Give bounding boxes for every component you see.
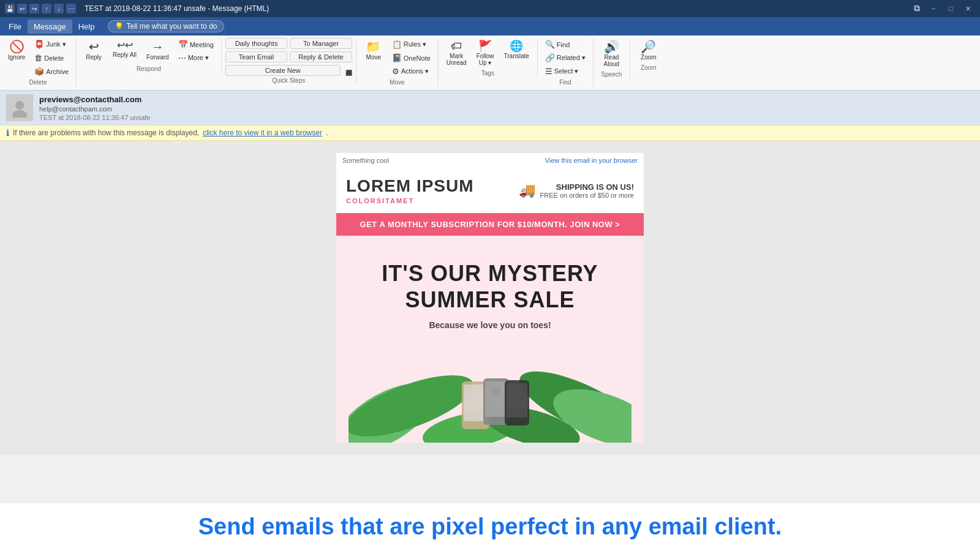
translate-label: Translate <box>504 53 529 59</box>
hero-image <box>349 345 631 443</box>
delete-button[interactable]: 🗑 Delete <box>31 51 72 64</box>
reply-all-button[interactable]: ↩↩ Reply All <box>108 38 141 61</box>
actions-label: Actions ▾ <box>401 67 429 75</box>
menu-help[interactable]: Help <box>72 20 101 34</box>
meeting-button[interactable]: 📅 Meeting <box>175 38 217 51</box>
ignore-label: Ignore <box>8 54 25 61</box>
find-group-label: Find <box>559 79 571 87</box>
quicksteps-row3: Create New ⬛ <box>225 65 352 76</box>
zoom-label: Zoom <box>641 54 657 61</box>
close-button[interactable]: ✕ <box>960 3 975 14</box>
svg-point-12 <box>491 386 501 396</box>
follow-up-button[interactable]: 🚩 FollowUp ▾ <box>472 38 499 69</box>
window-controls: ⧉ − □ ✕ <box>914 3 975 14</box>
menu-file[interactable]: File <box>2 20 28 34</box>
email-top-bar: Something cool View this email in your b… <box>336 153 644 168</box>
down-icon[interactable]: ↓ <box>54 4 64 13</box>
zoom-buttons: 🔎 Zoom <box>635 38 662 63</box>
shipping-title: SHIPPING IS ON US! <box>540 182 634 192</box>
read-aloud-button[interactable]: 🔊 ReadAloud <box>598 38 625 70</box>
zoom-button[interactable]: 🔎 Zoom <box>635 38 662 63</box>
forward-button[interactable]: → Forward <box>142 38 173 63</box>
ribbon-group-delete: 🚫 Ignore 📮 Junk ▾ 🗑 Delete 📦 Archive Del… <box>0 38 77 87</box>
ribbon-group-tags: 🏷 MarkUnread 🚩 FollowUp ▾ 🌐 Translate Ta… <box>439 38 538 78</box>
create-new-button[interactable]: Create New <box>225 65 341 76</box>
hero-title-line1: IT'S OUR MYSTERY <box>382 261 598 286</box>
promo-banner: GET A MONTHLY SUBSCRIPTION FOR $10/MONTH… <box>336 213 644 236</box>
daily-thoughts-button[interactable]: Daily thoughts <box>225 38 288 49</box>
move-button[interactable]: 📁 Move <box>360 38 387 63</box>
lightbulb-icon: 💡 <box>115 22 124 31</box>
truck-icon: 🚚 <box>519 182 535 198</box>
title-bar-text: TEST at 2018-08-22 11:36:47 unsafe - Mes… <box>85 4 269 13</box>
archive-label: Archive <box>46 68 69 75</box>
related-button[interactable]: 🔗 Related ▾ <box>541 51 589 64</box>
email-body-area: Something cool View this email in your b… <box>0 141 980 455</box>
find-col: 🔍 Find 🔗 Related ▾ ☰ Select ▾ <box>541 38 589 78</box>
info-icon: ℹ <box>6 128 9 138</box>
reply-delete-label: Reply & Delete <box>298 53 343 61</box>
save-icon[interactable]: 💾 <box>5 4 15 13</box>
svg-point-1 <box>12 110 27 118</box>
undo-icon[interactable]: ↩ <box>17 4 27 13</box>
team-email-button[interactable]: Team Email <box>225 51 288 62</box>
email-content: Something cool View this email in your b… <box>336 153 644 443</box>
translate-button[interactable]: 🌐 Translate <box>500 38 533 62</box>
follow-up-label: FollowUp ▾ <box>477 53 494 66</box>
move-col: 📋 Rules ▾ 📓 OneNote ⚙ Actions ▾ <box>388 38 434 78</box>
delete-label: Delete <box>44 54 64 62</box>
ribbon-group-quicksteps: Daily thoughts To Manager Team Email Rep… <box>222 38 356 85</box>
minimize-button[interactable]: − <box>926 3 941 14</box>
reply-delete-button[interactable]: Reply & Delete <box>290 51 352 62</box>
rules-button[interactable]: 📋 Rules ▾ <box>388 38 434 51</box>
promo-text: GET A MONTHLY SUBSCRIPTION FOR $10/MONTH… <box>360 220 568 229</box>
rules-icon: 📋 <box>392 40 402 49</box>
related-icon: 🔗 <box>545 53 555 62</box>
archive-button[interactable]: 📦 Archive <box>31 65 72 78</box>
up-icon[interactable]: ↑ <box>42 4 51 13</box>
more-icon[interactable]: ⋯ <box>66 4 76 13</box>
maximize-button[interactable]: □ <box>943 3 958 14</box>
info-text-end: . <box>326 129 328 137</box>
to-manager-button[interactable]: To Manager <box>290 38 352 49</box>
forward-icon: → <box>151 40 164 53</box>
promo-link[interactable]: JOIN NOW > <box>570 220 620 229</box>
menu-message[interactable]: Message <box>28 20 72 34</box>
view-browser-link-info[interactable]: click here to view it in a web browser <box>203 129 322 137</box>
find-buttons: 🔍 Find 🔗 Related ▾ ☰ Select ▾ <box>541 38 589 78</box>
quicksteps-group-label: Quick Steps <box>272 77 305 85</box>
ignore-button[interactable]: 🚫 Ignore <box>4 38 29 63</box>
zoom-icon: 🔎 <box>641 40 656 53</box>
tell-me-input[interactable]: 💡 Tell me what you want to do <box>108 20 224 32</box>
read-aloud-label: ReadAloud <box>604 54 620 67</box>
select-button[interactable]: ☰ Select ▾ <box>541 65 589 78</box>
speech-buttons: 🔊 ReadAloud <box>598 38 625 70</box>
move-buttons: 📁 Move 📋 Rules ▾ 📓 OneNote ⚙ Actions ▾ <box>360 38 434 78</box>
bottom-promo-text: Send emails that are pixel perfect in an… <box>18 513 962 541</box>
rules-label: Rules ▾ <box>404 40 426 48</box>
menu-bar: File Message Help 💡 Tell me what you wan… <box>0 17 980 36</box>
actions-icon: ⚙ <box>392 67 399 76</box>
info-text: If there are problems with how this mess… <box>13 129 199 137</box>
restore-icon[interactable]: ⧉ <box>914 3 920 14</box>
quicksteps-expand[interactable]: ⬛ <box>345 70 352 76</box>
more-button[interactable]: ⋯ More ▾ <box>175 51 217 64</box>
ribbon-group-zoom: 🔎 Zoom Zoom <box>630 38 667 72</box>
onenote-button[interactable]: 📓 OneNote <box>388 51 434 64</box>
translate-icon: 🌐 <box>510 40 523 51</box>
junk-button[interactable]: 📮 Junk ▾ <box>31 38 72 51</box>
logo-title: LOREM IPSUM <box>346 176 474 196</box>
hero-svg <box>349 345 631 443</box>
reply-button[interactable]: ↩ Reply <box>80 38 107 63</box>
view-browser-link[interactable]: View this email in your browser <box>545 157 638 164</box>
actions-button[interactable]: ⚙ Actions ▾ <box>388 65 434 78</box>
mark-unread-button[interactable]: 🏷 MarkUnread <box>442 38 471 69</box>
mark-unread-label: MarkUnread <box>447 53 467 66</box>
sender-email: previews@contacthall.com <box>39 95 974 104</box>
find-button[interactable]: 🔍 Find <box>541 38 589 51</box>
select-label: Select ▾ <box>554 67 579 75</box>
more-icon: ⋯ <box>178 53 186 62</box>
forward-label: Forward <box>146 54 169 61</box>
speech-group-label: Speech <box>601 71 622 79</box>
redo-icon[interactable]: ↪ <box>29 4 39 13</box>
